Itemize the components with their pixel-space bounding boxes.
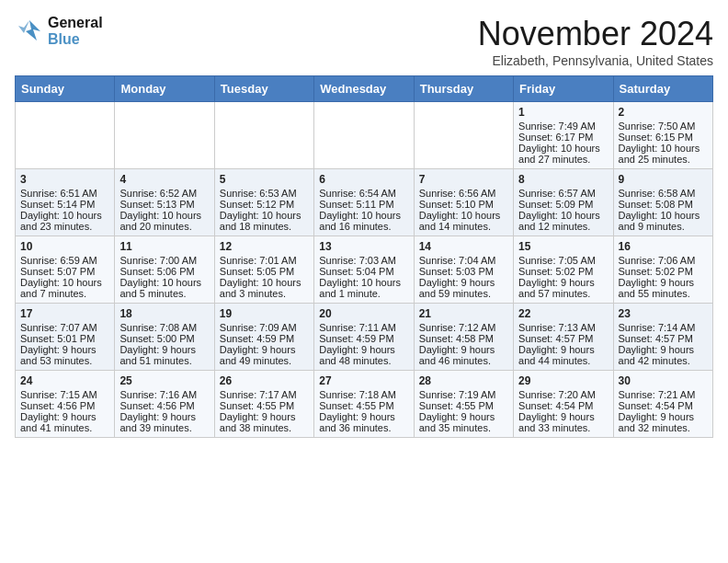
- day-info: Sunset: 4:59 PM: [319, 333, 408, 344]
- day-info: Daylight: 9 hours and 41 minutes.: [20, 411, 109, 433]
- day-info: Sunset: 5:07 PM: [20, 266, 109, 277]
- day-number: 25: [119, 374, 209, 387]
- day-info: Sunrise: 7:07 AM: [20, 322, 109, 333]
- calendar-cell: 2Sunrise: 7:50 AMSunset: 6:15 PMDaylight…: [613, 102, 712, 169]
- day-info: Sunrise: 7:09 AM: [220, 322, 309, 333]
- day-info: Sunset: 5:05 PM: [220, 266, 309, 277]
- day-info: Sunset: 5:13 PM: [119, 199, 209, 210]
- day-info: Sunset: 5:08 PM: [619, 199, 708, 210]
- day-info: Sunset: 4:55 PM: [419, 400, 508, 411]
- day-info: Daylight: 9 hours and 36 minutes.: [319, 411, 408, 433]
- calendar-cell: 9Sunrise: 6:58 AMSunset: 5:08 PMDaylight…: [613, 169, 712, 236]
- day-info: Sunrise: 7:01 AM: [220, 255, 309, 266]
- calendar-cell: 4Sunrise: 6:52 AMSunset: 5:13 PMDaylight…: [115, 169, 214, 236]
- calendar-cell: 1Sunrise: 7:49 AMSunset: 6:17 PMDaylight…: [514, 102, 613, 169]
- calendar-cell: 8Sunrise: 6:57 AMSunset: 5:09 PMDaylight…: [514, 169, 613, 236]
- day-info: Sunset: 4:57 PM: [518, 333, 608, 344]
- weekday-header: Thursday: [414, 76, 513, 102]
- calendar-cell: 3Sunrise: 6:51 AMSunset: 5:14 PMDaylight…: [16, 169, 115, 236]
- day-info: Sunrise: 7:18 AM: [319, 389, 408, 400]
- day-info: Daylight: 9 hours and 33 minutes.: [518, 411, 608, 433]
- day-info: Daylight: 10 hours and 12 minutes.: [518, 210, 608, 232]
- day-info: Daylight: 9 hours and 39 minutes.: [119, 411, 209, 433]
- day-info: Daylight: 10 hours and 9 minutes.: [619, 210, 708, 232]
- day-info: Sunrise: 7:06 AM: [619, 255, 708, 266]
- day-info: Sunset: 4:56 PM: [20, 400, 109, 411]
- day-info: Daylight: 9 hours and 32 minutes.: [619, 411, 708, 433]
- day-number: 12: [220, 240, 309, 253]
- day-number: 19: [220, 307, 309, 320]
- day-info: Sunset: 4:55 PM: [319, 400, 408, 411]
- calendar-cell: 7Sunrise: 6:56 AMSunset: 5:10 PMDaylight…: [414, 169, 513, 236]
- day-info: Sunset: 5:04 PM: [319, 266, 408, 277]
- calendar-cell: [115, 102, 214, 169]
- day-info: Sunrise: 6:53 AM: [220, 188, 309, 199]
- day-info: Daylight: 10 hours and 1 minute.: [319, 277, 408, 299]
- day-info: Daylight: 10 hours and 18 minutes.: [220, 210, 309, 232]
- day-info: Sunset: 5:10 PM: [419, 199, 508, 210]
- day-info: Sunset: 6:17 PM: [518, 132, 608, 143]
- day-number: 30: [619, 374, 708, 387]
- title-area: November 2024 Elizabeth, Pennsylvania, U…: [478, 15, 713, 68]
- day-info: Daylight: 10 hours and 27 minutes.: [518, 143, 608, 165]
- day-info: Sunrise: 7:03 AM: [319, 255, 408, 266]
- day-info: Daylight: 9 hours and 59 minutes.: [419, 277, 508, 299]
- day-info: Daylight: 9 hours and 35 minutes.: [419, 411, 508, 433]
- day-info: Sunrise: 7:49 AM: [518, 121, 608, 132]
- day-info: Sunrise: 6:52 AM: [119, 188, 209, 199]
- day-info: Sunrise: 6:51 AM: [20, 188, 109, 199]
- day-info: Sunset: 4:54 PM: [518, 400, 608, 411]
- day-info: Daylight: 10 hours and 14 minutes.: [419, 210, 508, 232]
- day-info: Sunset: 5:02 PM: [619, 266, 708, 277]
- day-info: Sunset: 6:15 PM: [619, 132, 708, 143]
- location: Elizabeth, Pennsylvania, United States: [478, 53, 713, 68]
- calendar-week-row: 24Sunrise: 7:15 AMSunset: 4:56 PMDayligh…: [16, 371, 713, 438]
- day-info: Sunset: 5:06 PM: [119, 266, 209, 277]
- weekday-header: Monday: [115, 76, 214, 102]
- day-info: Daylight: 10 hours and 5 minutes.: [119, 277, 209, 299]
- day-info: Sunrise: 7:16 AM: [119, 389, 209, 400]
- calendar-cell: [314, 102, 414, 169]
- day-number: 1: [518, 106, 608, 119]
- day-info: Sunset: 4:58 PM: [419, 333, 508, 344]
- day-info: Sunrise: 6:56 AM: [419, 188, 508, 199]
- day-info: Sunrise: 7:12 AM: [419, 322, 508, 333]
- day-info: Sunset: 4:54 PM: [619, 400, 708, 411]
- calendar-cell: 11Sunrise: 7:00 AMSunset: 5:06 PMDayligh…: [115, 236, 214, 304]
- day-info: Daylight: 10 hours and 25 minutes.: [619, 143, 708, 165]
- weekday-header: Tuesday: [214, 76, 313, 102]
- day-number: 21: [419, 307, 508, 320]
- day-info: Sunrise: 6:59 AM: [20, 255, 109, 266]
- day-info: Daylight: 9 hours and 44 minutes.: [518, 344, 608, 366]
- logo-text: General Blue: [48, 15, 103, 48]
- day-info: Sunset: 5:12 PM: [220, 199, 309, 210]
- calendar-cell: 30Sunrise: 7:21 AMSunset: 4:54 PMDayligh…: [613, 371, 712, 438]
- day-number: 13: [319, 240, 408, 253]
- logo: General Blue: [15, 15, 103, 48]
- month-title: November 2024: [478, 15, 713, 53]
- day-info: Daylight: 10 hours and 23 minutes.: [20, 210, 109, 232]
- day-number: 20: [319, 307, 408, 320]
- calendar-cell: 13Sunrise: 7:03 AMSunset: 5:04 PMDayligh…: [314, 236, 414, 304]
- calendar-cell: 24Sunrise: 7:15 AMSunset: 4:56 PMDayligh…: [16, 371, 115, 438]
- calendar-cell: 20Sunrise: 7:11 AMSunset: 4:59 PMDayligh…: [314, 304, 414, 371]
- day-info: Daylight: 10 hours and 3 minutes.: [220, 277, 309, 299]
- calendar-cell: 17Sunrise: 7:07 AMSunset: 5:01 PMDayligh…: [16, 304, 115, 371]
- day-number: 16: [619, 240, 708, 253]
- day-info: Sunset: 5:00 PM: [119, 333, 209, 344]
- header: General Blue November 2024 Elizabeth, Pe…: [15, 15, 713, 68]
- day-info: Daylight: 9 hours and 42 minutes.: [619, 344, 708, 366]
- calendar-week-row: 1Sunrise: 7:49 AMSunset: 6:17 PMDaylight…: [16, 102, 713, 169]
- day-number: 4: [119, 173, 209, 186]
- day-info: Daylight: 9 hours and 51 minutes.: [119, 344, 209, 366]
- logo-icon: [15, 18, 44, 44]
- calendar-cell: 22Sunrise: 7:13 AMSunset: 4:57 PMDayligh…: [514, 304, 613, 371]
- day-info: Sunrise: 6:54 AM: [319, 188, 408, 199]
- day-info: Daylight: 9 hours and 49 minutes.: [220, 344, 309, 366]
- day-info: Sunset: 5:11 PM: [319, 199, 408, 210]
- day-info: Sunrise: 7:14 AM: [619, 322, 708, 333]
- day-info: Sunset: 5:01 PM: [20, 333, 109, 344]
- calendar-cell: 16Sunrise: 7:06 AMSunset: 5:02 PMDayligh…: [613, 236, 712, 304]
- calendar: SundayMondayTuesdayWednesdayThursdayFrid…: [15, 75, 713, 438]
- day-info: Daylight: 9 hours and 55 minutes.: [619, 277, 708, 299]
